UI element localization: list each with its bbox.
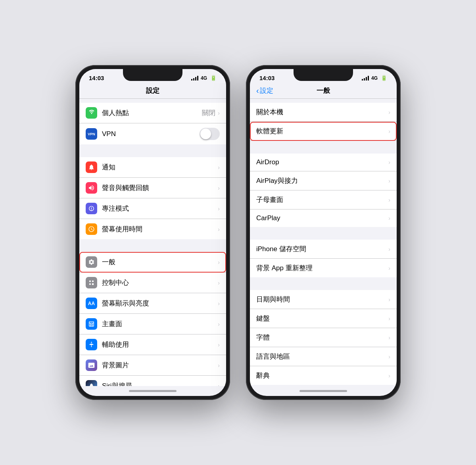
wallpaper-icon [86, 359, 97, 371]
accessibility-label: 輔助使用 [102, 340, 218, 349]
network-type-left: 4G [201, 75, 207, 81]
general-chevron: › [218, 259, 220, 265]
settings-item-airplay[interactable]: AirPlay與接力 › [250, 171, 397, 190]
svg-point-2 [89, 283, 91, 285]
scroll-content-left[interactable]: 個人熱點 關閉 › VPN VPN [79, 99, 226, 386]
siri-label: Siri與搜尋 [102, 381, 218, 386]
datetime-chevron: › [388, 296, 390, 303]
settings-item-update-wrapper: 軟體更新 › [250, 122, 397, 141]
settings-item-notifications[interactable]: 通知 › [79, 157, 226, 178]
notifications-label: 通知 [102, 163, 218, 172]
storage-label: iPhone 儲存空間 [256, 244, 388, 254]
fonts-chevron: › [388, 334, 390, 341]
scroll-content-right[interactable]: 關於本機 › 軟體更新 › AirDrop › [250, 99, 397, 386]
nav-back-arrow: ‹ [256, 86, 259, 94]
screentime-chevron: › [218, 226, 220, 232]
settings-item-general[interactable]: 一般 › [79, 252, 226, 273]
battery-icon-left: 🔋 [210, 75, 217, 81]
vpn-label: VPN [102, 130, 200, 138]
settings-item-display[interactable]: AA 螢幕顯示與亮度 › [79, 293, 226, 314]
settings-item-storage[interactable]: iPhone 儲存空間 › [250, 240, 397, 259]
settings-item-siri[interactable]: Siri與搜尋 › [79, 376, 226, 386]
right-screen: 14:03 4G 🔋 ‹ 設定 一般 [250, 69, 397, 396]
accessibility-chevron: › [218, 342, 220, 348]
home-icon [86, 318, 97, 330]
settings-item-control[interactable]: 控制中心 › [79, 273, 226, 293]
section-gap-1 [79, 144, 226, 157]
update-chevron: › [388, 128, 390, 135]
notifications-chevron: › [218, 164, 220, 171]
airdrop-chevron: › [388, 159, 390, 165]
airplay-label: AirPlay與接力 [256, 176, 388, 185]
home-label: 主畫面 [102, 319, 218, 329]
settings-group-r2: AirDrop › AirPlay與接力 › 子母畫面 › CarPlay › [250, 154, 397, 227]
focus-icon [86, 203, 97, 214]
sound-icon [86, 182, 97, 194]
settings-item-bgrefresh[interactable]: 背景 App 重新整理 › [250, 259, 397, 277]
focus-label: 專注模式 [102, 204, 218, 213]
phone-right: 14:03 4G 🔋 ‹ 設定 一般 [246, 65, 401, 400]
settings-item-screentime[interactable]: 螢幕使用時間 › [79, 219, 226, 239]
settings-item-hotspot[interactable]: 個人熱點 關閉 › [79, 103, 226, 123]
carplay-chevron: › [388, 215, 390, 221]
settings-item-dictionary[interactable]: 辭典 › [250, 366, 397, 385]
vpn-toggle-thumb [200, 129, 211, 139]
settings-item-carplay[interactable]: CarPlay › [250, 209, 397, 227]
section-gap-r3 [250, 277, 397, 290]
settings-item-pip[interactable]: 子母畫面 › [250, 190, 397, 209]
bgrefresh-chevron: › [388, 265, 390, 271]
settings-item-keyboard[interactable]: 鍵盤 › [250, 309, 397, 328]
settings-group-r3: iPhone 儲存空間 › 背景 App 重新整理 › [250, 240, 397, 277]
settings-item-airdrop[interactable]: AirDrop › [250, 154, 397, 171]
language-chevron: › [388, 354, 390, 360]
signal-icon-right [362, 76, 369, 81]
control-icon [86, 277, 97, 288]
general-label: 一般 [102, 257, 218, 267]
about-chevron: › [388, 109, 390, 115]
svg-point-4 [91, 342, 92, 343]
vpn-toggle[interactable] [200, 128, 220, 140]
settings-item-sound[interactable]: 聲音與觸覺回饋 › [79, 178, 226, 198]
siri-icon [86, 380, 97, 386]
vpn-icon: VPN [86, 128, 97, 140]
pip-chevron: › [388, 197, 390, 203]
settings-item-vpn[interactable]: VPN VPN [79, 123, 226, 144]
update-label: 軟體更新 [256, 127, 388, 136]
settings-item-home[interactable]: 主畫面 › [79, 314, 226, 334]
settings-item-about[interactable]: 關於本機 › [250, 103, 397, 122]
network-type-right: 4G [371, 75, 378, 81]
signal-icon-left [191, 76, 198, 81]
dictionary-chevron: › [388, 373, 390, 379]
control-chevron: › [218, 280, 220, 286]
settings-item-update[interactable]: 軟體更新 › [250, 122, 397, 141]
notch [123, 69, 182, 81]
settings-item-datetime[interactable]: 日期與時間 › [250, 290, 397, 309]
notch-right [294, 69, 353, 81]
dictionary-label: 辭典 [256, 371, 388, 380]
section-gap-2 [79, 239, 226, 252]
time-left: 14:03 [89, 75, 104, 81]
hotspot-label: 個人熱點 [102, 108, 202, 117]
fonts-label: 字體 [256, 333, 388, 342]
display-chevron: › [218, 300, 220, 307]
datetime-label: 日期與時間 [256, 295, 388, 304]
hotspot-value: 關閉 [202, 108, 215, 117]
settings-item-wallpaper[interactable]: 背景圖片 › [79, 355, 226, 376]
svg-point-0 [89, 281, 91, 282]
settings-item-accessibility[interactable]: 輔助使用 › [79, 334, 226, 355]
focus-chevron: › [218, 206, 220, 212]
home-chevron: › [218, 321, 220, 327]
notifications-icon [86, 161, 97, 173]
settings-item-fonts[interactable]: 字體 › [250, 328, 397, 347]
about-label: 關於本機 [256, 108, 388, 117]
settings-item-focus[interactable]: 專注模式 › [79, 198, 226, 219]
phone-left: 14:03 4G 🔋 設定 [75, 65, 230, 400]
airplay-chevron: › [388, 178, 390, 184]
status-icons-left: 4G 🔋 [191, 75, 217, 81]
bgrefresh-label: 背景 App 重新整理 [256, 263, 388, 273]
siri-chevron: › [218, 383, 220, 386]
accessibility-icon [86, 339, 97, 350]
settings-item-language[interactable]: 語言與地區 › [250, 347, 397, 366]
nav-back-button[interactable]: ‹ 設定 [256, 86, 273, 95]
hotspot-icon [86, 107, 97, 119]
